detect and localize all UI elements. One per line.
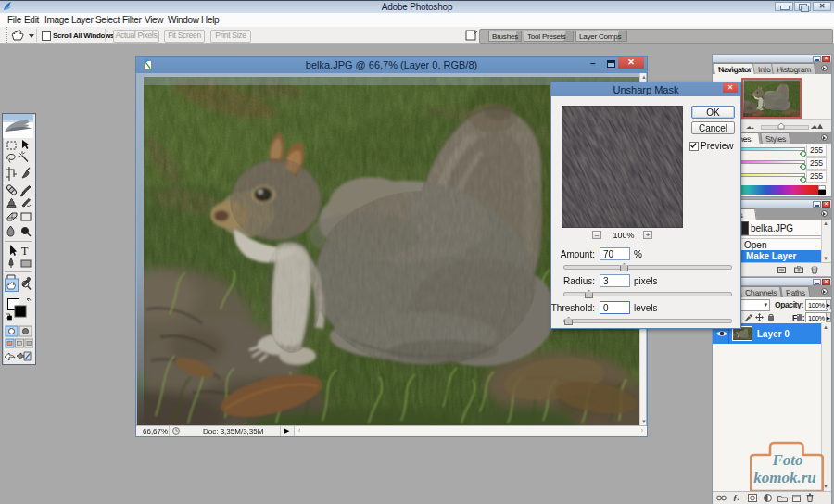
svg-text:Foto: Foto	[771, 451, 802, 469]
svg-text:komok.ru: komok.ru	[753, 469, 816, 486]
svg-text:T: T	[21, 245, 29, 258]
